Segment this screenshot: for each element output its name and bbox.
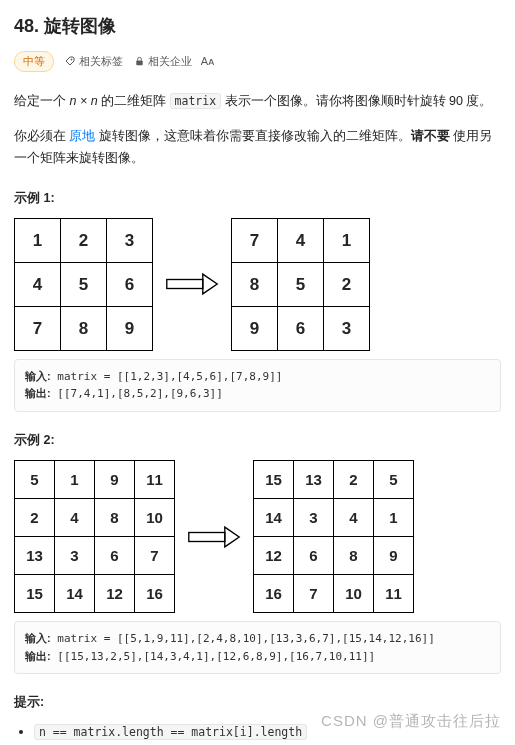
svg-point-0 [71,59,72,60]
matrix-cell: 6 [278,306,324,350]
matrix-table: 15132514341126891671011 [253,460,414,613]
arrow-icon [187,525,241,549]
svg-marker-5 [225,527,239,547]
matrix-cell: 2 [61,218,107,262]
companies-label: 相关企业 [148,53,192,71]
matrix-cell: 12 [254,537,294,575]
matrix-cell: 9 [374,537,414,575]
text-size-icon: Aᴀ [202,56,214,68]
description-p2: 你必须在 原地 旋转图像，这意味着你需要直接修改输入的二维矩阵。请不要 使用另一… [14,125,501,170]
matrix-cell: 14 [254,499,294,537]
matrix-cell: 2 [334,461,374,499]
problem-title: 48. 旋转图像 [14,12,501,41]
matrix-cell: 15 [15,575,55,613]
matrix-cell: 6 [294,537,334,575]
svg-rect-1 [136,61,142,66]
matrix-cell: 10 [334,575,374,613]
example-label: 示例 1: [14,188,501,208]
matrix-cell: 4 [15,262,61,306]
matrix-cell: 1 [15,218,61,262]
matrix-cell: 5 [15,461,55,499]
text-size-button[interactable]: Aᴀ [202,56,214,68]
matrix-cell: 7 [15,306,61,350]
matrix-cell: 11 [374,575,414,613]
matrix-cell: 5 [61,262,107,306]
matrix-cell: 4 [55,499,95,537]
matrix-cell: 8 [232,262,278,306]
matrix-cell: 4 [278,218,324,262]
example-block: 示例 1:123456789741852963输入: matrix = [[1,… [14,188,501,412]
matrix-cell: 8 [95,499,135,537]
tags-link[interactable]: 相关标签 [64,53,123,71]
matrix-cell: 13 [294,461,334,499]
matrix-cell: 3 [107,218,153,262]
example-label: 示例 2: [14,430,501,450]
matrix-cell: 2 [324,262,370,306]
matrix-cell: 14 [55,575,95,613]
matrix-cell: 1 [374,499,414,537]
matrix-cell: 2 [15,499,55,537]
matrix-cell: 7 [294,575,334,613]
matrix-cell: 8 [61,306,107,350]
matrix-table: 51911248101336715141216 [14,460,175,613]
matrix-table: 741852963 [231,218,370,351]
lock-icon [133,56,145,68]
io-box: 输入: matrix = [[1,2,3],[4,5,6],[7,8,9]] 输… [14,359,501,412]
matrix-cell: 13 [15,537,55,575]
matrix-cell: 15 [254,461,294,499]
matrix-cell: 3 [55,537,95,575]
matrix-cell: 10 [135,499,175,537]
matrix-cell: 16 [254,575,294,613]
constraint-item: n == matrix.length == matrix[i].length [34,722,501,743]
arrow-icon [165,272,219,296]
matrix-cell: 3 [324,306,370,350]
constraints-list: n == matrix.length == matrix[i].length1 … [14,722,501,745]
constraints-heading: 提示: [14,692,501,712]
matrix-cell: 9 [107,306,153,350]
matrix-cell: 5 [374,461,414,499]
matrix-cell: 7 [135,537,175,575]
matrix-row: 123456789741852963 [14,218,501,351]
matrix-cell: 7 [232,218,278,262]
matrix-table: 123456789 [14,218,153,351]
companies-link[interactable]: 相关企业 [133,53,192,71]
matrix-cell: 11 [135,461,175,499]
description-p1: 给定一个 n × n 的二维矩阵 matrix 表示一个图像。请你将图像顺时针旋… [14,90,501,113]
svg-marker-3 [203,274,217,294]
svg-rect-2 [167,280,203,289]
matrix-cell: 4 [334,499,374,537]
matrix-cell: 9 [95,461,135,499]
svg-rect-4 [189,532,225,541]
matrix-cell: 3 [294,499,334,537]
matrix-cell: 5 [278,262,324,306]
io-box: 输入: matrix = [[5,1,9,11],[2,4,8,10],[13,… [14,621,501,674]
matrix-cell: 12 [95,575,135,613]
matrix-row: 5191124810133671514121615132514341126891… [14,460,501,613]
tags-label: 相关标签 [79,53,123,71]
matrix-cell: 16 [135,575,175,613]
matrix-cell: 1 [55,461,95,499]
matrix-cell: 1 [324,218,370,262]
matrix-cell: 6 [107,262,153,306]
difficulty-badge: 中等 [14,51,54,73]
example-block: 示例 2:51911248101336715141216151325143411… [14,430,501,674]
matrix-cell: 9 [232,306,278,350]
matrix-cell: 8 [334,537,374,575]
meta-row: 中等 相关标签 相关企业 Aᴀ [14,51,501,73]
tag-icon [64,56,76,68]
matrix-cell: 6 [95,537,135,575]
